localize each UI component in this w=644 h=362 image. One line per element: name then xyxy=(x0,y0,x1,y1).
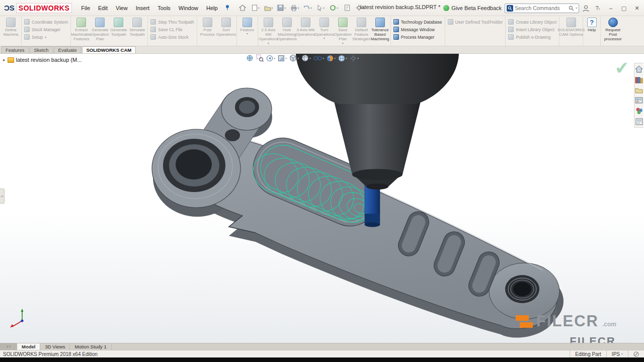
view-settings-button[interactable]: ▾ xyxy=(349,54,359,62)
step-thru-toolpath-button[interactable]: Step Thru Toolpath xyxy=(150,19,194,25)
post-process-button[interactable]: Post Process xyxy=(198,17,217,37)
mill-3axis-operations-button[interactable]: 3 Axis Mill Operations xyxy=(296,17,315,37)
print-button[interactable]: ▾ xyxy=(289,3,301,13)
request-post-processor-button[interactable]: Request Post processor xyxy=(602,17,624,42)
display-style-button[interactable]: ▾ xyxy=(301,54,311,62)
maximize-button[interactable]: ▢ xyxy=(619,5,629,12)
menu-tools[interactable]: Tools xyxy=(153,3,175,13)
hole-machining-operations-button[interactable]: Hole Machining Operations xyxy=(278,17,296,42)
cam-help-button[interactable]: ? Help xyxy=(584,17,599,32)
edition-label: SOLIDWORKS Premium 2018 x64 Edition xyxy=(0,351,570,357)
save-cl-file-button[interactable]: Save CL File xyxy=(150,27,194,32)
feature-tree-root[interactable]: ▸ latest revision backup (M... xyxy=(3,57,82,63)
section-view-button[interactable]: ▾ xyxy=(277,54,287,62)
search-dropdown-icon[interactable]: ▾ xyxy=(576,7,577,10)
tab-solidworks-cam[interactable]: SOLIDWORKS CAM xyxy=(82,46,136,53)
sort-operations-button[interactable]: Sort Operations xyxy=(217,17,235,37)
insert-library-object-icon xyxy=(508,27,514,32)
tab-evaluate[interactable]: Evaluate xyxy=(54,46,82,53)
menu-help[interactable]: Help xyxy=(202,3,222,13)
graphics-viewport[interactable]: ▾ ▾ ▾ ▾ ▾ ▾ ▾ ▾ ▸ latest revision backup… xyxy=(0,54,644,343)
turn-operations-button[interactable]: Turn Operations ▾ xyxy=(315,17,334,40)
define-machine-button[interactable]: Define Machine xyxy=(2,17,20,37)
custom-properties-tag-icon[interactable] xyxy=(628,350,644,357)
menu-window[interactable]: Window xyxy=(175,3,202,13)
default-feature-strategies-icon xyxy=(357,18,366,27)
menu-view[interactable]: View xyxy=(112,3,132,13)
generate-toolpath-button[interactable]: Generate Toolpath xyxy=(109,17,128,37)
design-library-icon[interactable] xyxy=(635,76,643,83)
generate-operation-plan-button[interactable]: Generate Operation Plan xyxy=(91,17,109,42)
file-explorer-icon[interactable] xyxy=(635,87,643,94)
tab-scroll-buttons[interactable]: ‹› xyxy=(0,343,17,350)
zoom-to-fit-button[interactable] xyxy=(246,54,254,62)
feature-button[interactable]: Feature ▾ xyxy=(238,17,257,35)
beta-feedback-button[interactable]: Give Beta Feedback xyxy=(443,5,502,11)
panel-collapse-tab[interactable]: ‹‹ xyxy=(0,189,5,204)
new-document-button[interactable]: ▾ xyxy=(250,3,262,13)
apply-scene-button[interactable]: ▾ xyxy=(338,54,348,62)
extract-machinable-features-button[interactable]: Extract Machinable Features xyxy=(72,17,91,42)
tab-motion-study[interactable]: Motion Study 1 xyxy=(70,343,111,350)
close-button[interactable]: ✕ xyxy=(632,5,642,12)
user-defined-tool-holder-button[interactable]: User Defined Tool/Holder xyxy=(448,19,503,25)
mill-25axis-operations-button[interactable]: 2.5 Axis Mill Operations ▾ xyxy=(259,17,278,45)
edit-appearance-button[interactable]: ▾ xyxy=(326,54,336,62)
tab-model[interactable]: Model xyxy=(17,343,40,350)
minimize-button[interactable]: – xyxy=(606,5,616,11)
file-properties-button[interactable] xyxy=(341,3,353,13)
menu-edit[interactable]: Edit xyxy=(94,3,112,13)
command-manager-ribbon: Define Machine Coordinate System Stock M… xyxy=(0,16,644,46)
hide-show-items-button[interactable]: ▾ xyxy=(313,55,325,62)
view-palette-icon[interactable] xyxy=(635,97,643,104)
process-manager-button[interactable]: Process Manager xyxy=(393,34,442,40)
tab-sketch[interactable]: Sketch xyxy=(30,46,53,53)
search-commands-box[interactable]: ▾ xyxy=(505,4,579,13)
tree-expand-icon[interactable]: ▸ xyxy=(3,57,6,62)
rebuild-button[interactable]: ▾ xyxy=(328,3,340,13)
3d-scene[interactable] xyxy=(0,54,644,343)
stock-manager-button[interactable]: Stock Manager xyxy=(24,27,68,32)
simulate-toolpath-icon xyxy=(132,18,142,27)
setup-button[interactable]: Setup▾ xyxy=(24,34,68,40)
cam-options-gear-icon xyxy=(567,18,576,27)
cam-options-button[interactable]: SOLIDWORKS CAM Options xyxy=(560,17,582,37)
create-library-object-button[interactable]: Create Library Object xyxy=(508,19,556,25)
undo-button[interactable]: ▾ xyxy=(302,3,314,13)
solidworks-resources-icon[interactable] xyxy=(635,65,643,73)
ribbon-group-generate: Extract Machinable Features Generate Ope… xyxy=(71,17,148,46)
insert-library-object-button[interactable]: Insert Library Object xyxy=(508,27,556,32)
search-commands-input[interactable] xyxy=(515,5,567,11)
document-tab-bar: ‹› Model 3D Views Motion Study 1 xyxy=(0,343,644,350)
home-button[interactable] xyxy=(236,3,249,13)
simulate-toolpath-button[interactable]: Simulate Toolpath xyxy=(128,17,146,37)
auto-size-stock-button[interactable]: Auto-Size Stock xyxy=(150,34,194,40)
select-button[interactable]: ▾ xyxy=(315,3,327,13)
zoom-to-area-button[interactable] xyxy=(256,54,264,62)
custom-properties-icon[interactable] xyxy=(635,118,643,125)
save-operation-plan-button[interactable]: Save Operation Plan ▾ xyxy=(334,17,352,45)
publish-e-drawing-button[interactable]: Publish e-Drawing xyxy=(508,34,556,40)
tab-3d-views[interactable]: 3D Views xyxy=(40,343,70,350)
part-threaded-hole[interactable] xyxy=(505,275,539,303)
save-button[interactable]: ▾ xyxy=(276,3,288,13)
appearances-scenes-icon[interactable] xyxy=(635,107,643,115)
menu-insert[interactable]: Insert xyxy=(132,3,154,13)
coordinate-system-button[interactable]: Coordinate System xyxy=(24,19,68,25)
help-menu-button[interactable]: ?▾ xyxy=(593,5,603,11)
default-feature-strategies-button[interactable]: Default Feature Strategies xyxy=(352,17,371,42)
menu-bar: File Edit View Insert Tools Window Help xyxy=(77,3,221,13)
pin-menu-icon[interactable] xyxy=(222,5,233,12)
units-selector[interactable]: IPS▾ xyxy=(606,350,628,357)
user-account-icon[interactable] xyxy=(582,5,590,12)
task-pane-strip xyxy=(634,63,643,128)
technology-database-button[interactable]: Technology Database xyxy=(393,19,442,25)
previous-view-button[interactable]: ▾ xyxy=(266,54,276,62)
message-window-button[interactable]: Message Window xyxy=(393,27,442,32)
part-main-boss[interactable] xyxy=(152,129,240,208)
tolerance-based-machining-button[interactable]: Tolerance Based Machining xyxy=(371,17,389,42)
menu-file[interactable]: File xyxy=(77,3,94,13)
view-orientation-button[interactable]: ▾ xyxy=(289,54,299,62)
open-button[interactable]: ▾ xyxy=(263,3,275,13)
tab-features[interactable]: Features xyxy=(1,46,29,53)
